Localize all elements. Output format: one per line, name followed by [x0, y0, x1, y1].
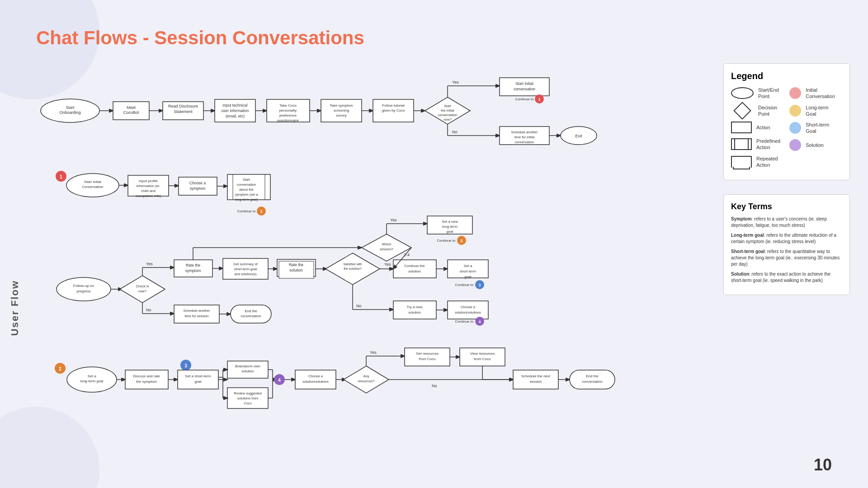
svg-text:2: 2 [59, 366, 61, 371]
longterm-label: Long-termGoal [806, 104, 828, 117]
solution-color [789, 139, 801, 151]
svg-text:time for session: time for session [185, 314, 209, 318]
svg-text:2: 2 [460, 239, 462, 243]
legend-item-startend: Start/EndPoint [731, 87, 780, 100]
svg-text:symptom: symptom [190, 186, 205, 191]
svg-text:conversation: conversation [514, 87, 535, 91]
svg-text:short-term: short-term [460, 269, 476, 273]
svg-text:Which: Which [382, 242, 392, 246]
svg-text:3: 3 [184, 363, 187, 368]
initial-color [789, 87, 801, 99]
svg-text:child and: child and [141, 189, 156, 193]
svg-text:Check in: Check in [136, 284, 149, 288]
svg-text:Yes: Yes [390, 218, 397, 222]
svg-text:conversation: conversation [237, 183, 256, 187]
svg-text:preference: preference [279, 113, 297, 117]
legend-item-action: Action [731, 122, 780, 133]
svg-text:conversation: conversation [241, 314, 261, 318]
solution-label: Solution [806, 142, 824, 148]
svg-text:Start: Start [444, 104, 452, 108]
svg-text:1: 1 [60, 174, 62, 179]
svg-text:symptom: symptom [185, 268, 201, 273]
svg-text:Try a new: Try a new [407, 305, 423, 309]
svg-text:Continue to: Continue to [455, 283, 474, 287]
svg-text:symptom (set a: symptom (set a [235, 192, 258, 197]
svg-text:Continue the: Continue the [404, 264, 425, 268]
keyterm-longterm: Long-term goal: refers to the ultimate r… [731, 232, 842, 245]
svg-text:Exit: Exit [575, 134, 582, 138]
svg-text:Continue to: Continue to [515, 97, 534, 101]
svg-text:Set a: Set a [88, 374, 96, 378]
svg-text:long-term goal): long-term goal) [235, 197, 258, 202]
svg-text:Yes: Yes [384, 262, 391, 267]
svg-text:Read Disclosure: Read Disclosure [168, 104, 198, 108]
svg-text:session: session [529, 380, 542, 384]
decision-label: DecisionPoint [758, 104, 777, 117]
startend-shape [731, 87, 754, 99]
svg-text:given by Coco: given by Coco [382, 108, 405, 113]
legend-panel: Legend Start/EndPoint DecisionPoint Acti… [723, 63, 850, 180]
svg-text:Schedule the next: Schedule the next [521, 374, 551, 378]
svg-text:Coco: Coco [244, 401, 252, 405]
svg-text:from Coco: from Coco [419, 357, 436, 361]
svg-text:Choose a: Choose a [308, 374, 323, 378]
svg-text:Take symptom: Take symptom [330, 103, 353, 108]
svg-text:2: 2 [260, 209, 262, 214]
page-number: 10 [814, 455, 832, 474]
svg-text:and solution(s): and solution(s) [234, 272, 257, 276]
action-label: Action [756, 124, 770, 131]
legend-item-longterm: Long-termGoal [789, 104, 835, 117]
svg-text:Get summary of: Get summary of [233, 262, 258, 266]
svg-text:Rate the: Rate the [289, 263, 303, 267]
svg-text:CocoBot: CocoBot [123, 110, 139, 115]
svg-text:goal: goal [194, 380, 201, 384]
svg-text:Take Coco: Take Coco [279, 103, 297, 108]
svg-text:Choose a: Choose a [461, 305, 476, 309]
repeated-label: RepeatedAction [756, 155, 778, 169]
svg-text:1: 1 [538, 97, 540, 102]
legend-item-shortterm: Short-termGoal [789, 122, 835, 135]
keyterms-title: Key Terms [731, 202, 842, 211]
svg-text:Onboarding: Onboarding [59, 110, 80, 115]
svg-text:Yes: Yes [146, 262, 153, 266]
svg-text:conversation: conversation [438, 113, 458, 117]
svg-text:Set a short-term: Set a short-term [185, 374, 211, 378]
shortterm-color [789, 122, 801, 134]
keyterm-symptom: Symptom: refers to a user's concerns (ie… [731, 216, 842, 229]
decision-shape [733, 102, 751, 120]
svg-text:Input profile: Input profile [139, 179, 158, 183]
svg-text:View resources: View resources [470, 352, 495, 356]
svg-text:solution/solutions: solution/solutions [302, 380, 329, 384]
svg-text:now?: now? [138, 289, 146, 293]
svg-text:Statement: Statement [174, 109, 193, 114]
svg-text:Review suggested: Review suggested [234, 391, 261, 395]
legend-item-initial: InitialConversation [789, 87, 835, 100]
svg-text:screening: screening [334, 108, 349, 113]
svg-text:solutions from: solutions from [237, 396, 259, 400]
svg-text:Discuss and rate: Discuss and rate [133, 374, 160, 378]
svg-text:information (ie.: information (ie. [137, 184, 160, 188]
svg-text:solution: solution [408, 269, 421, 273]
svg-text:Yes: Yes [370, 350, 377, 355]
svg-text:progress: progress [76, 289, 90, 293]
svg-text:from Coco: from Coco [474, 357, 491, 361]
svg-text:personality: personality [279, 108, 297, 113]
svg-text:Yes: Yes [452, 80, 459, 84]
keyterms-panel: Key Terms Symptom: refers to a user's co… [723, 194, 850, 295]
svg-text:Conversation: Conversation [82, 185, 103, 189]
svg-text:Continue to: Continue to [437, 239, 456, 243]
svg-rect-112 [393, 260, 436, 278]
svg-text:survey: survey [336, 113, 347, 117]
svg-text:Satisfied with: Satisfied with [343, 263, 362, 266]
svg-text:Brainstorm own: Brainstorm own [235, 364, 260, 368]
initial-label: InitialConversation [806, 87, 835, 100]
svg-text:End the: End the [586, 374, 599, 378]
svg-text:long-term goal: long-term goal [80, 379, 103, 383]
action-shape [731, 122, 752, 133]
svg-text:short-term goal: short-term goal [234, 267, 257, 271]
svg-text:Continue to: Continue to [455, 319, 474, 324]
svg-text:Follow tutorial: Follow tutorial [382, 103, 405, 108]
svg-text:Start initial: Start initial [515, 81, 533, 86]
svg-text:Start: Start [66, 105, 75, 110]
svg-text:user information: user information [222, 108, 249, 113]
